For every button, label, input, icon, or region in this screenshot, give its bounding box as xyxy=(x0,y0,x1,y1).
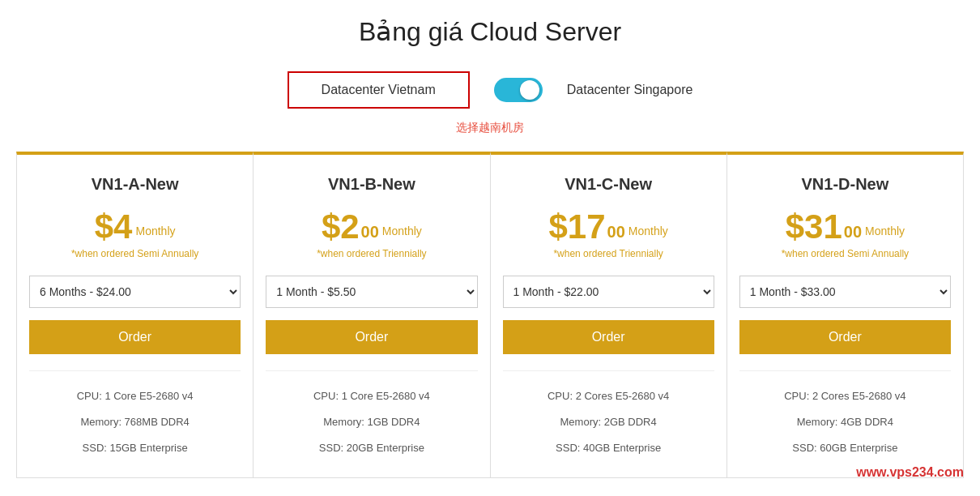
price-container-vn1-a-new: $4Monthly xyxy=(29,210,241,244)
price-note-vn1-b-new: *when ordered Triennially xyxy=(266,248,477,259)
watermark: www.vps234.com xyxy=(856,465,964,480)
card-vn1-c-new: VN1-C-New$1700Monthly*when ordered Trien… xyxy=(491,152,727,478)
datacenter-vietnam-button[interactable]: Datacenter Vietnam xyxy=(288,71,470,109)
price-period-vn1-a-new: Monthly xyxy=(135,219,175,244)
card-vn1-a-new: VN1-A-New$4Monthly*when ordered Semi Ann… xyxy=(16,152,254,478)
spec-item: SSD: 20GB Enterprise xyxy=(266,435,477,461)
period-select-vn1-b-new[interactable]: 1 Month - $5.503 Months - $15.006 Months… xyxy=(266,276,477,308)
spec-item: CPU: 1 Core E5-2680 v4 xyxy=(29,383,241,409)
selected-notice: 选择越南机房 xyxy=(16,121,964,135)
price-period-vn1-b-new: Monthly xyxy=(382,219,422,244)
datacenter-toggle: Datacenter Vietnam Datacenter Singapore xyxy=(16,71,964,109)
spec-item: CPU: 1 Core E5-2680 v4 xyxy=(266,383,477,409)
price-note-vn1-d-new: *when ordered Semi Annually xyxy=(739,248,951,259)
price-period-vn1-c-new: Monthly xyxy=(628,219,668,244)
card-title-vn1-a-new: VN1-A-New xyxy=(29,175,241,194)
spec-item: SSD: 60GB Enterprise xyxy=(739,435,951,461)
toggle-track xyxy=(494,78,543,102)
spec-item: Memory: 768MB DDR4 xyxy=(29,409,241,435)
card-vn1-d-new: VN1-D-New$3100Monthly*when ordered Semi … xyxy=(727,152,964,478)
price-dollar-vn1-a-new: $4 xyxy=(95,210,133,244)
spec-item: Memory: 1GB DDR4 xyxy=(266,409,477,435)
period-select-vn1-d-new[interactable]: 1 Month - $33.003 Months - $96.006 Month… xyxy=(739,276,951,308)
toggle-switch[interactable] xyxy=(494,78,543,102)
specs-vn1-b-new: CPU: 1 Core E5-2680 v4Memory: 1GB DDR4SS… xyxy=(266,370,477,461)
order-button-vn1-d-new[interactable]: Order xyxy=(739,320,951,354)
order-button-vn1-b-new[interactable]: Order xyxy=(266,320,477,354)
card-title-vn1-d-new: VN1-D-New xyxy=(739,175,951,194)
price-container-vn1-c-new: $1700Monthly xyxy=(503,210,714,244)
price-cents-vn1-c-new: 00 xyxy=(607,220,625,244)
price-dollar-vn1-b-new: $2 xyxy=(322,210,360,244)
price-period-vn1-d-new: Monthly xyxy=(865,219,905,244)
toggle-thumb xyxy=(520,80,539,100)
period-select-vn1-c-new[interactable]: 1 Month - $22.003 Months - $63.006 Month… xyxy=(503,276,714,308)
spec-item: CPU: 2 Cores E5-2680 v4 xyxy=(503,383,714,409)
specs-vn1-a-new: CPU: 1 Core E5-2680 v4Memory: 768MB DDR4… xyxy=(29,370,241,461)
spec-item: SSD: 15GB Enterprise xyxy=(29,435,241,461)
price-dollar-vn1-d-new: $31 xyxy=(786,210,842,244)
cards-container: VN1-A-New$4Monthly*when ordered Semi Ann… xyxy=(16,152,964,478)
order-button-vn1-c-new[interactable]: Order xyxy=(503,320,714,354)
specs-vn1-c-new: CPU: 2 Cores E5-2680 v4Memory: 2GB DDR4S… xyxy=(503,370,714,461)
price-cents-vn1-d-new: 00 xyxy=(844,220,862,244)
spec-item: CPU: 2 Cores E5-2680 v4 xyxy=(739,383,951,409)
price-note-vn1-c-new: *when ordered Triennially xyxy=(503,248,714,259)
price-cents-vn1-b-new: 00 xyxy=(361,220,379,244)
page-title: Bảng giá Cloud Server xyxy=(16,16,964,47)
spec-item: Memory: 2GB DDR4 xyxy=(503,409,714,435)
card-title-vn1-b-new: VN1-B-New xyxy=(266,175,477,194)
price-container-vn1-b-new: $200Monthly xyxy=(266,210,477,244)
order-button-vn1-a-new[interactable]: Order xyxy=(29,320,241,354)
price-container-vn1-d-new: $3100Monthly xyxy=(739,210,951,244)
spec-item: SSD: 40GB Enterprise xyxy=(503,435,714,461)
card-vn1-b-new: VN1-B-New$200Monthly*when ordered Trienn… xyxy=(254,152,490,478)
spec-item: Memory: 4GB DDR4 xyxy=(739,409,951,435)
card-title-vn1-c-new: VN1-C-New xyxy=(503,175,714,194)
datacenter-singapore-button[interactable]: Datacenter Singapore xyxy=(567,83,693,97)
price-note-vn1-a-new: *when ordered Semi Annually xyxy=(29,248,241,259)
price-dollar-vn1-c-new: $17 xyxy=(548,210,605,244)
specs-vn1-d-new: CPU: 2 Cores E5-2680 v4Memory: 4GB DDR4S… xyxy=(739,370,951,461)
period-select-vn1-a-new[interactable]: 1 Month - $5.003 Months - $14.006 Months… xyxy=(29,276,241,308)
